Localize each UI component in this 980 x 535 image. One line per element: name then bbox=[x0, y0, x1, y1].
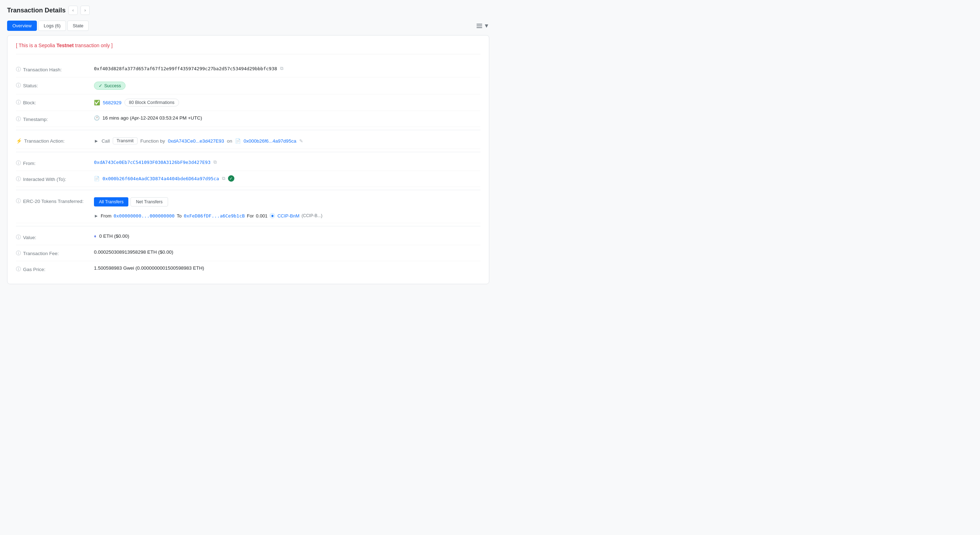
interacted-with-row: ⓘ Interacted With (To): 📄 0x000b26f604eA… bbox=[16, 171, 480, 187]
status-badge: ✓ Success bbox=[94, 81, 126, 90]
copy-hash-icon[interactable]: ⧉ bbox=[280, 65, 283, 71]
transaction-hash-value: 0xf403d828fa377d657af67f12e99ff435974299… bbox=[94, 65, 480, 71]
help-icon-to[interactable]: ⓘ bbox=[16, 176, 21, 182]
svg-rect-2 bbox=[477, 27, 482, 28]
help-icon-erc20[interactable]: ⓘ bbox=[16, 198, 21, 204]
gas-price-row: ⓘ Gas Price: 1.500598983 Gwei (0.0000000… bbox=[16, 261, 480, 277]
svg-rect-1 bbox=[477, 26, 482, 26]
svg-rect-0 bbox=[477, 24, 482, 24]
block-label: ⓘ Block: bbox=[16, 99, 94, 106]
help-icon-value[interactable]: ⓘ bbox=[16, 234, 21, 241]
help-icon-from[interactable]: ⓘ bbox=[16, 160, 21, 166]
block-number-link[interactable]: 5682929 bbox=[103, 100, 122, 105]
transaction-hash-text: 0xf403d828fa377d657af67f12e99ff435974299… bbox=[94, 66, 277, 71]
transmit-badge: Transmit bbox=[113, 137, 138, 144]
interacted-with-label: ⓘ Interacted With (To): bbox=[16, 175, 94, 182]
transaction-fee-value: 0.000250308913958298 ETH ($0.00) bbox=[94, 249, 480, 255]
gas-price-text: 1.500598983 Gwei (0.0000000001500598983 … bbox=[94, 265, 204, 271]
confirmations-badge: 80 Block Confirmations bbox=[124, 99, 180, 107]
action-to-address-link[interactable]: 0x000b26f6...4a97d95ca bbox=[243, 138, 296, 144]
status-value: ✓ Success bbox=[94, 81, 480, 90]
view-toggle-button[interactable]: ▼ bbox=[477, 23, 489, 29]
token-name-link[interactable]: CCIP-BnM bbox=[277, 213, 299, 219]
transaction-hash-row: ⓘ Transaction Hash: 0xf403d828fa377d657a… bbox=[16, 61, 480, 77]
timestamp-value: 🕐 16 mins ago (Apr-12-2024 03:53:24 PM +… bbox=[94, 115, 480, 121]
nav-next-button[interactable]: › bbox=[81, 6, 90, 15]
tabs-container: Overview Logs (6) State bbox=[7, 21, 89, 31]
testnet-banner: [ This is a Sepolia Testnet transaction … bbox=[16, 43, 480, 54]
on-text: on bbox=[227, 138, 232, 144]
timestamp-row: ⓘ Timestamp: 🕐 16 mins ago (Apr-12-2024 … bbox=[16, 111, 480, 127]
for-keyword: For bbox=[247, 213, 254, 219]
contract-icon-to: 📄 bbox=[94, 176, 100, 181]
tab-logs[interactable]: Logs (6) bbox=[38, 21, 66, 31]
transfer-from-address[interactable]: 0x00000000...000000000 bbox=[113, 213, 175, 219]
erc20-buttons: All Transfers Net Transfers bbox=[94, 197, 168, 206]
edit-icon[interactable]: ✎ bbox=[299, 138, 303, 144]
erc20-value: All Transfers Net Transfers ► From 0x000… bbox=[94, 197, 480, 219]
transfer-amount: 0.001 bbox=[256, 213, 268, 219]
transaction-details-card: [ This is a Sepolia Testnet transaction … bbox=[7, 35, 489, 284]
copy-to-icon[interactable]: ⧉ bbox=[222, 176, 225, 181]
contract-icon: 📄 bbox=[235, 138, 241, 144]
tab-state[interactable]: State bbox=[67, 21, 89, 31]
transaction-fee-label: ⓘ Transaction Fee: bbox=[16, 249, 94, 257]
copy-from-icon[interactable]: ⧉ bbox=[213, 159, 216, 165]
action-arrow: ► bbox=[94, 138, 99, 144]
transaction-fee-text: 0.000250308913958298 ETH ($0.00) bbox=[94, 249, 173, 255]
gas-price-label: ⓘ Gas Price: bbox=[16, 265, 94, 273]
token-transfer-detail: ► From 0x00000000...000000000 To 0xFeD86… bbox=[94, 213, 322, 219]
lightning-icon: ⚡ bbox=[16, 138, 22, 144]
gas-price-value: 1.500598983 Gwei (0.0000000001500598983 … bbox=[94, 265, 480, 271]
timestamp-label: ⓘ Timestamp: bbox=[16, 115, 94, 122]
transaction-action-row: ⚡ Transaction Action: ► Call Transmit Fu… bbox=[16, 133, 480, 149]
testnet-suffix: transaction only ] bbox=[74, 43, 113, 48]
verified-check-icon: ✓ bbox=[228, 175, 234, 182]
testnet-highlight: Testnet bbox=[56, 43, 74, 48]
help-icon-fee[interactable]: ⓘ bbox=[16, 250, 21, 257]
eth-icon: ♦ bbox=[94, 233, 96, 239]
help-icon-gas[interactable]: ⓘ bbox=[16, 266, 21, 273]
value-label: ⓘ Value: bbox=[16, 233, 94, 241]
from-value: 0xdA743Ce0Eb7cC541093F030A3126bF9e3d427E… bbox=[94, 159, 480, 165]
page-title: Transaction Details bbox=[7, 7, 65, 14]
transaction-fee-row: ⓘ Transaction Fee: 0.000250308913958298 … bbox=[16, 245, 480, 261]
status-row: ⓘ Status: ✓ Success bbox=[16, 77, 480, 94]
to-keyword: To bbox=[177, 213, 181, 219]
all-transfers-button[interactable]: All Transfers bbox=[94, 197, 128, 206]
action-from-address-link[interactable]: 0xdA743Ce0...e3d427E93 bbox=[168, 138, 224, 144]
chevron-down-icon: ▼ bbox=[484, 23, 489, 29]
from-row: ⓘ From: 0xdA743Ce0Eb7cC541093F030A3126bF… bbox=[16, 155, 480, 171]
from-keyword: From bbox=[101, 213, 111, 219]
success-check-icon: ✓ bbox=[99, 83, 102, 88]
help-icon[interactable]: ⓘ bbox=[16, 66, 21, 73]
timestamp-text: 16 mins ago (Apr-12-2024 03:53:24 PM +UT… bbox=[102, 115, 202, 121]
transaction-action-label: ⚡ Transaction Action: bbox=[16, 137, 94, 144]
help-icon-block[interactable]: ⓘ bbox=[16, 99, 21, 106]
value-text: 0 ETH ($0.00) bbox=[99, 233, 129, 239]
token-logo-icon: ◆ bbox=[269, 213, 275, 219]
help-icon-status[interactable]: ⓘ bbox=[16, 82, 21, 89]
transfer-arrow: ► bbox=[94, 213, 99, 219]
value-row: ⓘ Value: ♦ 0 ETH ($0.00) bbox=[16, 229, 480, 245]
transaction-action-value: ► Call Transmit Function by 0xdA743Ce0..… bbox=[94, 137, 480, 144]
function-by-text: Function by bbox=[140, 138, 165, 144]
nav-prev-button[interactable]: ‹ bbox=[68, 6, 78, 15]
transfer-to-address[interactable]: 0xFeD86fDF...a6Ce9b1cB bbox=[184, 213, 245, 219]
erc20-row: ⓘ ERC-20 Tokens Transferred: All Transfe… bbox=[16, 193, 480, 223]
tabs-row: Overview Logs (6) State ▼ bbox=[7, 21, 489, 31]
net-transfers-button[interactable]: Net Transfers bbox=[130, 197, 168, 206]
block-row: ⓘ Block: ✅ 5682929 80 Block Confirmation… bbox=[16, 94, 480, 111]
block-value: ✅ 5682929 80 Block Confirmations bbox=[94, 99, 480, 107]
testnet-prefix: [ This is a Sepolia bbox=[16, 43, 56, 48]
tab-overview[interactable]: Overview bbox=[7, 21, 37, 31]
help-icon-timestamp[interactable]: ⓘ bbox=[16, 116, 21, 122]
status-label: ⓘ Status: bbox=[16, 81, 94, 89]
token-ticker: (CCIP-B...) bbox=[302, 213, 323, 218]
interacted-with-value: 📄 0x000b26f604eAadC3D874a4404bde6D64a97d… bbox=[94, 175, 480, 182]
to-address-link[interactable]: 0x000b26f604eAadC3D874a4404bde6D64a97d95… bbox=[102, 176, 219, 181]
from-address-link[interactable]: 0xdA743Ce0Eb7cC541093F030A3126bF9e3d427E… bbox=[94, 160, 211, 165]
value-value: ♦ 0 ETH ($0.00) bbox=[94, 233, 480, 239]
transaction-hash-label: ⓘ Transaction Hash: bbox=[16, 65, 94, 73]
clock-icon: 🕐 bbox=[94, 115, 100, 121]
